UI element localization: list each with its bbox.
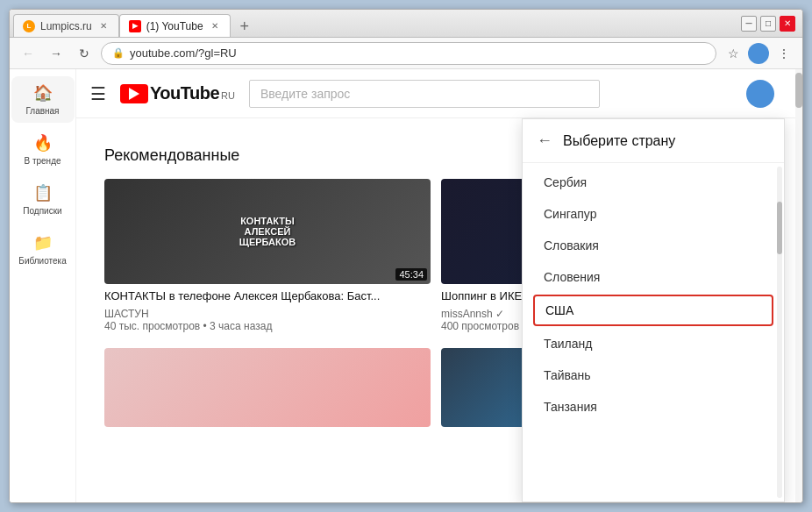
country-item-taiwan[interactable]: Тайвань — [523, 359, 784, 391]
hamburger-icon[interactable]: ☰ — [90, 83, 106, 104]
yt-header: ☰ YouTube RU — [76, 69, 795, 118]
tab-lumpics[interactable]: L Lumpics.ru ✕ — [13, 14, 119, 37]
yt-logo-country: RU — [221, 90, 235, 101]
tab-youtube[interactable]: ▶ (1) YouTube ✕ — [119, 14, 231, 37]
sidebar-subscriptions-label: Подписки — [23, 206, 61, 216]
title-bar: L Lumpics.ru ✕ ▶ (1) YouTube ✕ + ─ □ ✕ — [10, 10, 802, 38]
country-item-thailand[interactable]: Таиланд — [523, 328, 784, 359]
menu-icon[interactable]: ⋮ — [773, 42, 795, 65]
country-item-slovenia[interactable]: Словения — [523, 261, 784, 293]
maximize-button[interactable]: □ — [760, 16, 776, 32]
forward-button[interactable]: → — [45, 42, 68, 65]
dropdown-overlay: ← Выберите страну Сербия Сингапур Словак… — [185, 118, 802, 502]
tab-youtube-close[interactable]: ✕ — [209, 20, 221, 32]
tab-lumpics-close[interactable]: ✕ — [97, 20, 110, 32]
browser-window: L Lumpics.ru ✕ ▶ (1) YouTube ✕ + ─ □ ✕ ←… — [9, 9, 803, 503]
country-panel: ← Выберите страну Сербия Сингапур Словак… — [522, 118, 785, 502]
tab-youtube-label: (1) YouTube — [146, 20, 203, 32]
window-controls: ─ □ ✕ — [741, 16, 802, 32]
sidebar-library-label: Библиотека — [18, 256, 66, 266]
new-tab-button[interactable]: + — [234, 16, 255, 37]
country-item-serbia[interactable]: Сербия — [523, 167, 784, 198]
yt-page: 🏠 Главная 🔥 В тренде 📋 Подписки 📁 Библио… — [10, 69, 802, 502]
youtube-favicon: ▶ — [129, 20, 141, 32]
lumpics-favicon: L — [23, 20, 35, 32]
panel-header: ← Выберите страну — [523, 119, 784, 163]
search-input[interactable] — [249, 80, 600, 108]
sidebar-item-home[interactable]: 🏠 Главная — [11, 76, 75, 123]
subscriptions-icon: 📋 — [33, 183, 53, 203]
panel-scrollbar-thumb — [777, 202, 782, 254]
country-item-slovakia[interactable]: Словакия — [523, 230, 784, 261]
close-button[interactable]: ✕ — [780, 16, 795, 32]
tab-strip: L Lumpics.ru ✕ ▶ (1) YouTube ✕ + — [10, 10, 741, 37]
scroll-thumb — [795, 73, 802, 108]
country-item-singapore[interactable]: Сингапур — [523, 198, 784, 230]
sidebar-home-label: Главная — [25, 106, 59, 116]
refresh-button[interactable]: ↻ — [73, 42, 96, 65]
country-list[interactable]: Сербия Сингапур Словакия Словения США Та… — [523, 163, 784, 501]
yt-logo[interactable]: YouTube RU — [120, 83, 235, 103]
back-button[interactable]: ← — [17, 42, 39, 65]
yt-logo-icon — [120, 84, 148, 103]
library-icon: 📁 — [33, 233, 53, 252]
sidebar-item-trending[interactable]: 🔥 В тренде — [11, 126, 75, 173]
lock-icon: 🔒 — [112, 47, 125, 59]
sidebar-item-library[interactable]: 📁 Библиотека — [11, 226, 75, 273]
address-bar-actions: ☆ ⋮ — [722, 42, 795, 65]
trending-icon: 🔥 — [33, 133, 53, 153]
back-arrow-icon[interactable]: ← — [537, 132, 552, 150]
panel-title: Выберите страну — [563, 133, 675, 149]
country-item-usa[interactable]: США — [533, 295, 773, 326]
address-bar: ← → ↻ 🔒 youtube.com/?gl=RU ☆ ⋮ — [10, 38, 802, 69]
minimize-button[interactable]: ─ — [741, 16, 757, 32]
user-avatar[interactable] — [746, 80, 774, 108]
yt-logo-text: YouTube — [150, 83, 219, 103]
sidebar-item-subscriptions[interactable]: 📋 Подписки — [11, 176, 75, 223]
tab-lumpics-label: Lumpics.ru — [40, 20, 92, 32]
sidebar-trending-label: В тренде — [24, 156, 61, 166]
bookmark-icon[interactable]: ☆ — [722, 42, 744, 65]
home-icon: 🏠 — [33, 83, 53, 103]
profile-avatar[interactable] — [748, 43, 769, 64]
url-text: youtube.com/?gl=RU — [130, 46, 237, 60]
url-bar[interactable]: 🔒 youtube.com/?gl=RU — [101, 42, 716, 65]
country-item-tanzania[interactable]: Танзания — [523, 391, 784, 423]
yt-sidebar: 🏠 Главная 🔥 В тренде 📋 Подписки 📁 Библио… — [10, 69, 76, 502]
panel-scrollbar-track — [777, 167, 782, 498]
